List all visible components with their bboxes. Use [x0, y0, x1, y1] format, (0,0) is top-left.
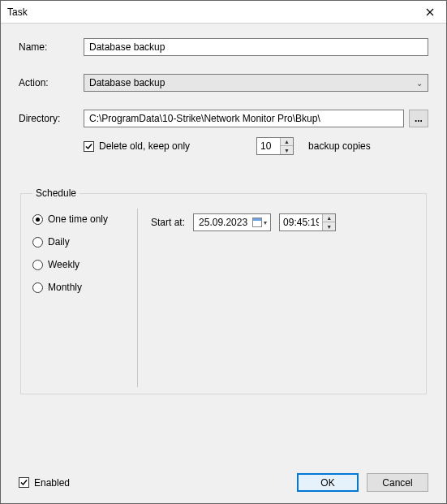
name-row: Name:	[19, 38, 428, 56]
delete-old-label: Delete old, keep only	[99, 140, 190, 152]
spin-up-icon[interactable]: ▲	[323, 214, 335, 222]
close-icon	[426, 8, 434, 16]
radio-label: Monthly	[48, 282, 82, 293]
check-icon	[19, 478, 28, 487]
keep-count-spinner[interactable]: ▲ ▼	[256, 137, 294, 155]
footer: Enabled OK Cancel	[19, 465, 428, 492]
action-label: Action:	[19, 77, 84, 88]
radio-one-time[interactable]: One time only	[32, 213, 131, 225]
browse-button[interactable]: ...	[409, 110, 428, 127]
radio-icon	[32, 282, 43, 293]
close-button[interactable]	[414, 1, 446, 24]
action-row: Action: Database backup ⌄	[19, 74, 428, 92]
radio-icon	[32, 237, 43, 248]
delete-old-checkbox[interactable]	[84, 141, 94, 152]
delete-old-row: Delete old, keep only ▲ ▼ backup copies	[84, 137, 428, 155]
schedule-group: Schedule One time only Daily Weekly	[20, 187, 427, 394]
chevron-down-icon: ⌄	[416, 79, 423, 88]
radio-icon	[32, 260, 43, 270]
cancel-button[interactable]: Cancel	[367, 473, 428, 492]
ellipsis-icon: ...	[415, 113, 423, 124]
name-input[interactable]	[84, 38, 428, 56]
start-time-picker[interactable]: ▲ ▼	[279, 213, 336, 231]
radio-daily[interactable]: Daily	[32, 236, 131, 248]
task-dialog: Task Name: Action: Database backup ⌄ Dir…	[0, 0, 447, 504]
spin-down-icon[interactable]: ▼	[281, 146, 293, 154]
action-value: Database backup	[89, 77, 165, 88]
enabled-checkbox[interactable]	[19, 477, 29, 488]
name-label: Name:	[19, 41, 84, 53]
spin-up-icon[interactable]: ▲	[281, 138, 293, 146]
radio-label: One time only	[48, 213, 108, 225]
frequency-column: One time only Daily Weekly Monthly	[32, 209, 138, 387]
keep-count-input[interactable]	[257, 138, 280, 154]
radio-label: Weekly	[48, 259, 80, 270]
content-area: Name: Action: Database backup ⌄ Director…	[1, 24, 446, 503]
start-date-value: 25.09.2023	[199, 217, 247, 228]
radio-label: Daily	[48, 236, 70, 248]
schedule-legend: Schedule	[32, 187, 80, 199]
action-dropdown[interactable]: Database backup ⌄	[84, 74, 428, 92]
spin-down-icon[interactable]: ▼	[323, 222, 335, 230]
backup-copies-label: backup copies	[308, 140, 371, 152]
radio-weekly[interactable]: Weekly	[32, 259, 131, 270]
schedule-detail: Start at: 25.09.2023 ▾ ▲	[138, 209, 415, 387]
titlebar: Task	[1, 1, 446, 24]
ok-button[interactable]: OK	[297, 473, 359, 492]
window-title: Task	[7, 6, 28, 18]
calendar-icon: ▾	[252, 218, 267, 227]
start-at-label: Start at:	[151, 217, 185, 228]
radio-icon	[32, 214, 43, 225]
directory-row: Directory: ...	[19, 110, 428, 127]
directory-label: Directory:	[19, 113, 84, 124]
directory-input[interactable]	[84, 110, 404, 127]
radio-monthly[interactable]: Monthly	[32, 282, 131, 293]
check-icon	[84, 142, 93, 151]
start-time-input[interactable]	[280, 214, 322, 230]
enabled-label: Enabled	[34, 477, 70, 489]
start-date-picker[interactable]: 25.09.2023 ▾	[193, 213, 271, 231]
